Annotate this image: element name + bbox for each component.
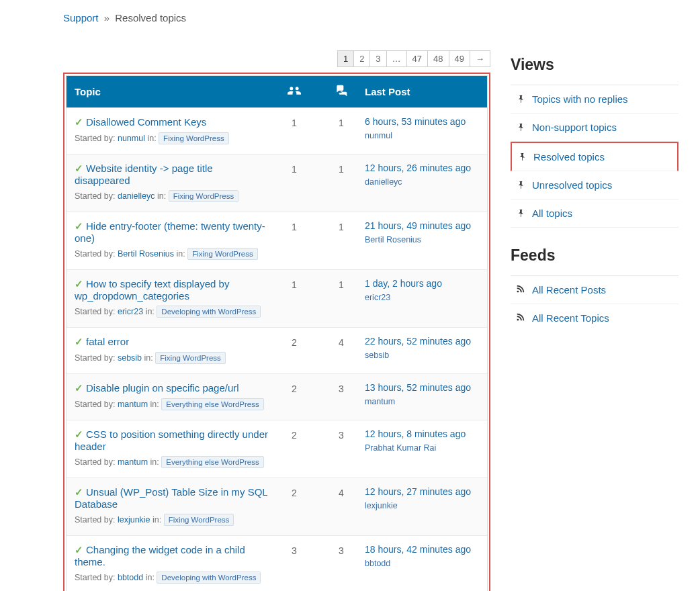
topic-author[interactable]: lexjunkie — [118, 515, 150, 525]
topic-author[interactable]: mantum — [118, 457, 148, 467]
last-post-user[interactable]: nunmul — [365, 131, 392, 140]
topic-author[interactable]: mantum — [118, 400, 148, 409]
last-post-user[interactable]: ericr23 — [365, 293, 390, 302]
topic-title[interactable]: Hide entry-footer (theme: twenty twenty-… — [75, 220, 265, 244]
pin-icon — [516, 93, 525, 105]
voices-count: 2 — [271, 428, 318, 468]
posts-count: 3 — [318, 428, 365, 468]
posts-count: 4 — [318, 336, 365, 364]
last-post-time[interactable]: 6 hours, 53 minutes ago — [365, 116, 479, 127]
started-by-label: Started by: — [75, 249, 115, 259]
sidebar-view-label: Resolved topics — [533, 151, 605, 163]
page-48[interactable]: 48 — [427, 50, 449, 67]
in-label: in: — [146, 573, 155, 582]
resolved-check-icon: ✓ — [75, 336, 83, 347]
last-post-time[interactable]: 12 hours, 8 minutes ago — [365, 428, 479, 439]
last-post-user[interactable]: bbtodd — [365, 559, 390, 568]
topic-author[interactable]: danielleyc — [118, 191, 155, 201]
views-heading: Views — [511, 56, 679, 74]
topic-title[interactable]: Unsual (WP_Post) Table Size in my SQL Da… — [75, 486, 267, 510]
pin-icon — [516, 179, 525, 191]
last-post-time[interactable]: 1 day, 2 hours ago — [365, 278, 479, 289]
forum-badge[interactable]: Fixing WordPress — [164, 514, 234, 526]
last-post-user[interactable]: lexjunkie — [365, 501, 398, 510]
topic-author[interactable]: Bertil Rosenius — [118, 249, 174, 259]
last-post-user[interactable]: danielleyc — [365, 177, 402, 187]
page-3[interactable]: 3 — [369, 50, 386, 67]
table-header: Topic Last Post — [67, 76, 487, 107]
posts-count: 4 — [318, 486, 365, 526]
voices-count: 2 — [271, 486, 318, 526]
topic-title[interactable]: Website identity -> page title disappear… — [75, 163, 213, 186]
page-next[interactable]: → — [470, 50, 490, 67]
sidebar-view-non-support-topics[interactable]: Non-support topics — [511, 113, 679, 142]
forum-badge[interactable]: Fixing WordPress — [187, 248, 258, 260]
pin-icon — [516, 208, 525, 219]
sidebar-view-all-topics[interactable]: All topics — [511, 199, 679, 228]
resolved-check-icon: ✓ — [75, 278, 83, 289]
topic-title[interactable]: fatal error — [86, 336, 129, 347]
last-post-time[interactable]: 21 hours, 49 minutes ago — [365, 220, 479, 231]
table-body: ✓Disallowed Comment KeysStarted by: nunm… — [67, 107, 487, 591]
forum-badge[interactable]: Fixing WordPress — [155, 352, 226, 364]
forum-badge[interactable]: Developing with WordPress — [157, 306, 261, 318]
sidebar-view-label: All topics — [532, 208, 572, 219]
page-2[interactable]: 2 — [353, 50, 370, 67]
th-last-post: Last Post — [365, 86, 479, 97]
posts-count: 1 — [318, 116, 365, 144]
last-post-time[interactable]: 12 hours, 26 minutes ago — [365, 163, 479, 173]
last-post-user[interactable]: Prabhat Kumar Rai — [365, 443, 436, 453]
views-list: Topics with no repliesNon-support topics… — [511, 85, 679, 228]
forum-badge[interactable]: Fixing WordPress — [159, 132, 229, 144]
last-post-user[interactable]: sebsib — [365, 351, 389, 360]
in-label: in: — [150, 400, 159, 409]
sidebar-view-resolved-topics[interactable]: Resolved topics — [511, 142, 679, 171]
table-row: ✓fatal errorStarted by: sebsib in: Fixin… — [67, 327, 487, 373]
sidebar-feed-label: All Recent Posts — [532, 284, 606, 296]
breadcrumb-root[interactable]: Support — [63, 12, 99, 24]
breadcrumb-current: Resolved topics — [115, 12, 186, 24]
posts-icon — [335, 84, 348, 97]
topic-title[interactable]: Changing the widget code in a child them… — [75, 544, 245, 567]
pin-icon — [516, 122, 525, 133]
page-dots: … — [386, 50, 407, 67]
voices-count: 1 — [271, 220, 318, 260]
sidebar-view-topics-with-no-replies[interactable]: Topics with no replies — [511, 85, 679, 113]
table-row: ✓Hide entry-footer (theme: twenty twenty… — [67, 212, 487, 269]
feeds-heading: Feeds — [511, 246, 679, 265]
svg-point-0 — [517, 291, 519, 293]
topic-title[interactable]: CSS to position something directly under… — [75, 428, 268, 452]
page-49[interactable]: 49 — [449, 50, 470, 67]
topic-author[interactable]: sebsib — [118, 353, 142, 363]
table-row: ✓How to specify text displayed by wp_dro… — [67, 269, 487, 327]
started-by-label: Started by: — [75, 307, 115, 316]
topic-title[interactable]: Disable plugin on specific page/url — [86, 382, 239, 394]
last-post-user[interactable]: Bertil Rosenius — [365, 235, 421, 244]
sidebar-feed-all-recent-topics[interactable]: All Recent Topics — [511, 304, 679, 332]
last-post-user[interactable]: mantum — [365, 397, 395, 406]
rss-icon — [516, 312, 525, 324]
topic-author[interactable]: nunmul — [118, 134, 145, 143]
svg-point-1 — [517, 319, 519, 321]
pagination: 123…474849→ — [63, 50, 490, 67]
topics-table-highlight: Topic Last Post ✓Disallowed Comment Keys… — [63, 73, 490, 591]
sidebar-feed-all-recent-posts[interactable]: All Recent Posts — [511, 276, 679, 304]
forum-badge[interactable]: Developing with WordPress — [157, 572, 261, 584]
last-post-time[interactable]: 22 hours, 52 minutes ago — [365, 336, 479, 347]
topic-author[interactable]: ericr23 — [118, 307, 143, 316]
forum-badge[interactable]: Everything else WordPress — [161, 456, 263, 468]
sidebar-view-unresolved-topics[interactable]: Unresolved topics — [511, 171, 679, 199]
resolved-check-icon: ✓ — [75, 428, 83, 440]
posts-count: 1 — [318, 220, 365, 260]
forum-badge[interactable]: Fixing WordPress — [169, 190, 239, 202]
topic-title[interactable]: Disallowed Comment Keys — [86, 116, 206, 128]
page-47[interactable]: 47 — [406, 50, 428, 67]
last-post-time[interactable]: 12 hours, 27 minutes ago — [365, 486, 479, 497]
topic-title[interactable]: How to specify text displayed by wp_drop… — [75, 278, 229, 302]
resolved-check-icon: ✓ — [75, 163, 83, 174]
topic-author[interactable]: bbtodd — [118, 573, 143, 582]
last-post-time[interactable]: 18 hours, 42 minutes ago — [365, 544, 479, 555]
last-post-time[interactable]: 13 hours, 52 minutes ago — [365, 382, 479, 393]
forum-badge[interactable]: Everything else WordPress — [161, 398, 263, 410]
started-by-label: Started by: — [75, 515, 115, 525]
